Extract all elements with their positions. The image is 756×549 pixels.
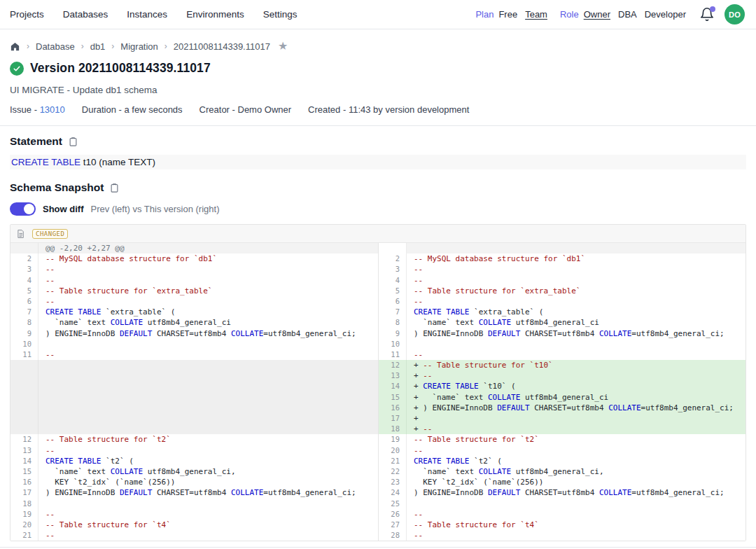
code-line: + `name` text COLLATE utf8mb4_general_ci [407, 392, 746, 403]
code-line [38, 339, 378, 349]
diff-row: 8 `name` text COLLATE utf8mb4_general_ci [379, 317, 746, 328]
breadcrumb-item-database[interactable]: Database [36, 41, 75, 52]
code-line: + CREATE TABLE `t10` ( [407, 381, 746, 391]
plan-option-free[interactable]: Free [498, 9, 517, 20]
diff-row: 21CREATE TABLE `t2` ( [379, 456, 746, 466]
success-check-icon [10, 62, 24, 76]
code-line: ) ENGINE=InnoDB DEFAULT CHARSET=utf8mb4 … [38, 487, 378, 498]
line-number: 16 [10, 477, 38, 487]
diff-header: CHANGED [10, 225, 746, 243]
diff-row: @@ -2,20 +2,27 @@ [10, 243, 378, 253]
nav-item-settings[interactable]: Settings [263, 9, 298, 20]
diff-row [10, 424, 378, 434]
nav-item-databases[interactable]: Databases [63, 9, 108, 20]
line-number [10, 381, 38, 391]
code-line: + ) ENGINE=InnoDB DEFAULT CHARSET=utf8mb… [407, 403, 746, 413]
home-icon[interactable] [10, 41, 20, 52]
code-line: -- Table structure for `extra_table` [407, 286, 746, 296]
sql-text: t10 (name TEXT) [80, 157, 155, 167]
line-number: 9 [10, 328, 38, 339]
code-line: + -- [407, 424, 746, 434]
code-line: -- MySQL database structure for `db1` [38, 253, 378, 264]
line-number: 28 [379, 530, 407, 541]
code-line: -- Table structure for `t2` [407, 434, 746, 445]
diff-row: 6-- [379, 296, 746, 307]
line-number: 12 [379, 360, 407, 370]
diff-row: 4-- [10, 275, 378, 286]
line-number: 15 [379, 392, 407, 403]
diff-left-pane[interactable]: @@ -2,20 +2,27 @@2-- MySQL database stru… [10, 243, 378, 541]
diff-row: 26-- [379, 509, 746, 520]
diff-row: 23 KEY `t2_idx` (`name`(256)) [379, 477, 746, 487]
diff-row: 9) ENGINE=InnoDB DEFAULT CHARSET=utf8mb4… [10, 328, 378, 339]
issue-label: Issue - [10, 104, 37, 115]
code-line: -- [407, 349, 746, 360]
diff-row: 15+ `name` text COLLATE utf8mb4_general_… [379, 392, 746, 403]
code-line [407, 339, 746, 349]
line-number: 9 [379, 328, 407, 339]
code-line [38, 392, 378, 403]
line-number: 21 [10, 530, 38, 541]
diff-row: 17) ENGINE=InnoDB DEFAULT CHARSET=utf8mb… [10, 487, 378, 498]
diff-row: 6-- [10, 296, 378, 307]
code-line: -- Table structure for `t2` [38, 434, 378, 445]
code-line: -- Table structure for `extra_table` [38, 286, 378, 296]
code-line [407, 243, 746, 253]
diff-row: 11-- [379, 349, 746, 360]
code-line: -- [38, 275, 378, 286]
code-line [38, 360, 378, 370]
line-number: 22 [379, 466, 407, 477]
notification-bell-icon[interactable] [699, 7, 715, 22]
breadcrumb-item-version[interactable]: 20211008114339.11017 [174, 41, 270, 52]
code-line: ) ENGINE=InnoDB DEFAULT CHARSET=utf8mb4 … [407, 328, 746, 339]
code-line: `name` text COLLATE utf8mb4_general_ci, [38, 466, 378, 477]
diff-row: 8 `name` text COLLATE utf8mb4_general_ci [10, 317, 378, 328]
line-number [10, 403, 38, 413]
avatar[interactable]: DO [724, 4, 745, 25]
line-number: 2 [10, 253, 38, 264]
line-number: 4 [379, 275, 407, 286]
diff-row: 18 [10, 499, 378, 509]
diff-row [10, 370, 378, 381]
role-option-owner[interactable]: Owner [584, 9, 610, 20]
role-option-dba[interactable]: DBA [618, 9, 637, 20]
migration-subtitle: UI MIGRATE - Update db1 schema [10, 85, 746, 95]
nav-item-instances[interactable]: Instances [127, 9, 167, 20]
line-number: 13 [379, 370, 407, 381]
copy-schema-icon[interactable] [109, 183, 120, 193]
diff-row: 4-- [379, 275, 746, 286]
chevron-right-icon: › [164, 41, 167, 51]
notification-dot [710, 6, 715, 12]
issue-link[interactable]: 13010 [40, 104, 65, 115]
diff-row: 2-- MySQL database structure for `db1` [379, 253, 746, 264]
code-line: CREATE TABLE `extra_table` ( [407, 307, 746, 317]
diff-right-pane[interactable]: 2-- MySQL database structure for `db1`3-… [378, 243, 746, 541]
duration-meta: Duration - a few seconds [82, 104, 183, 115]
line-number: 2 [379, 253, 407, 264]
top-nav: Projects Databases Instances Environment… [0, 0, 756, 29]
role-option-developer[interactable]: Developer [645, 9, 686, 20]
show-diff-toggle[interactable] [10, 202, 36, 216]
diff-row: 10 [379, 339, 746, 349]
line-number: 26 [379, 509, 407, 520]
diff-row: 3-- [379, 264, 746, 274]
star-icon[interactable]: ★ [278, 41, 288, 52]
code-line: `name` text COLLATE utf8mb4_general_ci, [407, 466, 746, 477]
code-line: -- [407, 530, 746, 541]
code-line [38, 403, 378, 413]
plan-option-team[interactable]: Team [525, 9, 547, 20]
statement-sql[interactable]: CREATE TABLE t10 (name TEXT) [10, 155, 746, 169]
diff-row: 10 [10, 339, 378, 349]
code-line: `name` text COLLATE utf8mb4_general_ci [407, 317, 746, 328]
breadcrumb-item-db1[interactable]: db1 [90, 41, 106, 52]
nav-item-projects[interactable]: Projects [10, 9, 44, 20]
line-number [10, 424, 38, 434]
code-line [38, 499, 378, 509]
code-line: -- [38, 349, 378, 360]
nav-item-environments[interactable]: Environments [186, 9, 244, 20]
code-line: -- [407, 264, 746, 274]
breadcrumb-item-migration[interactable]: Migration [120, 41, 158, 52]
line-number [10, 370, 38, 381]
copy-statement-icon[interactable] [68, 137, 78, 147]
schema-snapshot-heading: Schema Snapshot [10, 181, 104, 194]
